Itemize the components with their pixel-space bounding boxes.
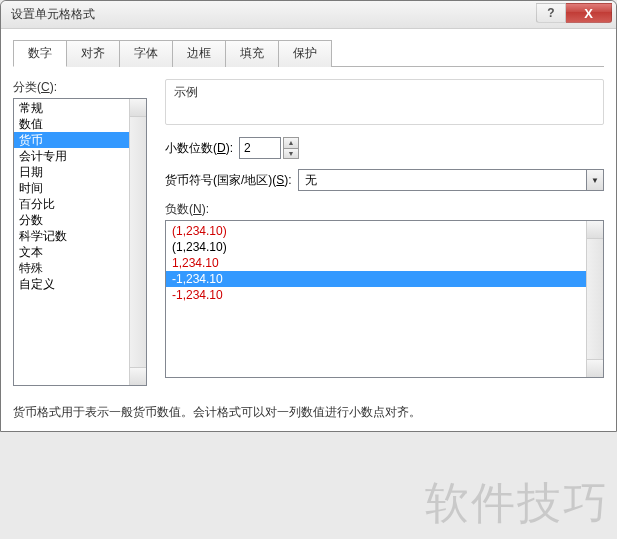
- category-item[interactable]: 百分比: [14, 196, 146, 212]
- chevron-down-icon[interactable]: ▼: [586, 169, 604, 191]
- negative-label: 负数(N):: [165, 201, 604, 218]
- sample-box: 示例: [165, 79, 604, 125]
- help-button[interactable]: ?: [536, 3, 566, 23]
- decimals-label: 小数位数(D):: [165, 140, 233, 157]
- decimals-spinner[interactable]: ▲ ▼: [239, 137, 299, 159]
- negative-item[interactable]: (1,234.10): [166, 239, 603, 255]
- category-label: 分类(C):: [13, 79, 147, 96]
- category-item[interactable]: 数值: [14, 116, 146, 132]
- tab-5[interactable]: 保护: [278, 40, 332, 67]
- window-title: 设置单元格格式: [11, 6, 95, 23]
- currency-symbol-label: 货币符号(国家/地区)(S):: [165, 172, 292, 189]
- category-item[interactable]: 货币: [14, 132, 146, 148]
- watermark: 软件技巧: [425, 474, 609, 533]
- tab-0[interactable]: 数字: [13, 40, 67, 67]
- sample-label: 示例: [174, 84, 595, 101]
- tab-4[interactable]: 填充: [225, 40, 279, 67]
- category-item[interactable]: 时间: [14, 180, 146, 196]
- category-item[interactable]: 会计专用: [14, 148, 146, 164]
- close-button[interactable]: X: [566, 3, 612, 23]
- category-item[interactable]: 分数: [14, 212, 146, 228]
- negative-item[interactable]: (1,234.10): [166, 223, 603, 239]
- category-listbox[interactable]: 常规数值货币会计专用日期时间百分比分数科学记数文本特殊自定义: [13, 98, 147, 386]
- tab-3[interactable]: 边框: [172, 40, 226, 67]
- spin-down-icon[interactable]: ▼: [283, 149, 299, 160]
- negative-listbox[interactable]: (1,234.10)(1,234.10)1,234.10-1,234.10-1,…: [165, 220, 604, 378]
- tab-2[interactable]: 字体: [119, 40, 173, 67]
- category-item[interactable]: 自定义: [14, 276, 146, 292]
- negative-item[interactable]: -1,234.10: [166, 287, 603, 303]
- negative-item[interactable]: 1,234.10: [166, 255, 603, 271]
- category-item[interactable]: 文本: [14, 244, 146, 260]
- scrollbar[interactable]: [129, 99, 146, 385]
- negative-item[interactable]: -1,234.10: [166, 271, 603, 287]
- tab-1[interactable]: 对齐: [66, 40, 120, 67]
- format-cells-dialog: 设置单元格格式 ? X 数字对齐字体边框填充保护 分类(C): 常规数值货币会计…: [0, 0, 617, 432]
- currency-symbol-dropdown[interactable]: 无 ▼: [298, 169, 604, 191]
- category-item[interactable]: 常规: [14, 100, 146, 116]
- titlebar[interactable]: 设置单元格格式 ? X: [1, 1, 616, 29]
- decimals-input[interactable]: [239, 137, 281, 159]
- spin-up-icon[interactable]: ▲: [283, 137, 299, 149]
- currency-symbol-value: 无: [298, 169, 586, 191]
- category-item[interactable]: 日期: [14, 164, 146, 180]
- scrollbar[interactable]: [586, 221, 603, 377]
- description-text: 货币格式用于表示一般货币数值。会计格式可以对一列数值进行小数点对齐。: [13, 404, 604, 421]
- category-item[interactable]: 特殊: [14, 260, 146, 276]
- tab-strip: 数字对齐字体边框填充保护: [13, 39, 604, 67]
- category-item[interactable]: 科学记数: [14, 228, 146, 244]
